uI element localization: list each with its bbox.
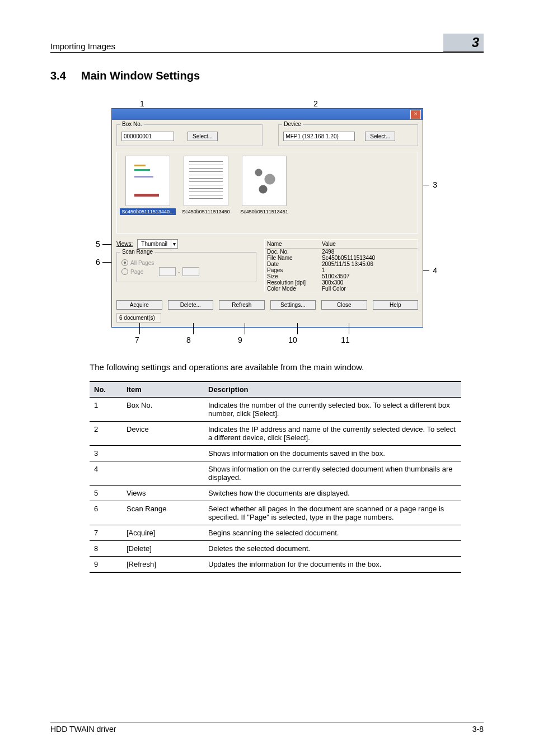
device-input[interactable]: MFP1 (192.168.1.20) xyxy=(283,132,355,141)
section-title: Main Window Settings xyxy=(81,69,200,82)
cell-desc: Deletes the selected document. xyxy=(204,541,461,557)
cell-no: 7 xyxy=(90,525,122,541)
thumbnail-item[interactable]: Sc450b05111513440... xyxy=(120,156,175,230)
page-to-input[interactable] xyxy=(182,267,199,276)
table-row: 4Shows information on the currently sele… xyxy=(90,461,461,486)
callout-8: 8 xyxy=(163,335,214,344)
cell-no: 3 xyxy=(90,446,122,461)
radio-page[interactable] xyxy=(121,268,128,275)
info-name: Date xyxy=(265,261,320,267)
cell-item xyxy=(122,461,204,486)
cell-no: 6 xyxy=(90,501,122,525)
info-value: Sc450b05111513440 xyxy=(320,255,418,261)
table-row: 6Scan RangeSelect whether all pages in t… xyxy=(90,501,461,525)
status-bar: 6 document(s) xyxy=(116,313,161,323)
cell-desc: Updates the information for the document… xyxy=(204,557,461,573)
table-row: 5ViewsSwitches how the documents are dis… xyxy=(90,486,461,501)
footer-right: 3-8 xyxy=(472,725,484,734)
table-row: 9[Refresh]Updates the information for th… xyxy=(90,557,461,573)
cell-item: Box No. xyxy=(122,398,204,422)
info-name: Size xyxy=(265,273,320,279)
table-row: 1Box No.Indicates the number of the curr… xyxy=(90,398,461,422)
radio-all-pages[interactable] xyxy=(121,259,128,266)
views-value: Thumbnail xyxy=(138,240,171,248)
running-title: Importing Images xyxy=(50,41,443,51)
refresh-button[interactable]: Refresh xyxy=(219,300,265,310)
chapter-number: 3 xyxy=(443,34,484,53)
cell-item: [Acquire] xyxy=(122,525,204,541)
info-name: Pages xyxy=(265,267,320,273)
info-value: 5100x3507 xyxy=(320,273,418,279)
intro-paragraph: The following settings and operations ar… xyxy=(90,362,461,372)
info-name: Doc. No. xyxy=(265,249,320,255)
cell-item: Views xyxy=(122,486,204,501)
callout-3: 3 xyxy=(433,180,437,189)
settings-button[interactable]: Settings... xyxy=(270,300,316,310)
table-row: 8[Delete]Deletes the selected document. xyxy=(90,541,461,557)
cell-no: 1 xyxy=(90,398,122,422)
info-value: 1 xyxy=(320,267,418,273)
cell-no: 2 xyxy=(90,422,122,446)
table-row: 2DeviceIndicates the IP address and name… xyxy=(90,422,461,446)
info-name: Resolution [dpi] xyxy=(265,279,320,286)
chevron-down-icon: ▾ xyxy=(171,240,177,248)
cell-desc: Indicates the number of the currently se… xyxy=(204,398,461,422)
dialog-window: × Box No. 000000001 Select... Device xyxy=(111,108,423,328)
cell-no: 4 xyxy=(90,461,122,486)
cell-desc: Shows information on the currently selec… xyxy=(204,461,461,486)
info-value: 2498 xyxy=(320,249,418,255)
info-name: File Name xyxy=(265,255,320,261)
callout-10: 10 xyxy=(266,335,320,344)
thumbnail-item[interactable]: Sc450b05111513450 xyxy=(179,156,233,230)
callout-4: 4 xyxy=(433,266,437,275)
delete-button[interactable]: Delete... xyxy=(168,300,214,310)
callout-2: 2 xyxy=(299,99,332,108)
acquire-button[interactable]: Acquire xyxy=(116,300,162,310)
thumbnail-item[interactable]: Sc450b05111513451 xyxy=(237,156,292,230)
help-button[interactable]: Help xyxy=(373,300,419,310)
all-pages-label: All Pages xyxy=(130,260,154,266)
section-heading: 3.4Main Window Settings xyxy=(50,69,484,82)
scan-range-label: Scan Range xyxy=(120,249,154,255)
thumbnail-caption: Sc450b05111513451 xyxy=(238,208,290,215)
thumbnail-caption: Sc450b05111513440... xyxy=(120,208,175,215)
info-value: 300x300 xyxy=(320,279,418,286)
thumbnail-caption: Sc450b05111513450 xyxy=(180,208,232,215)
close-button[interactable]: Close xyxy=(321,300,367,310)
cell-item: [Delete] xyxy=(122,541,204,557)
callout-6: 6 xyxy=(96,258,100,267)
section-number: 3.4 xyxy=(50,69,81,82)
info-panel: Name Value Doc. No.2498 File NameSc450b0… xyxy=(264,239,418,292)
close-icon[interactable]: × xyxy=(410,110,421,119)
callout-1: 1 xyxy=(111,99,173,108)
page-dash: - xyxy=(178,269,180,275)
footer-left: HDD TWAIN driver xyxy=(50,725,116,734)
cell-item xyxy=(122,446,204,461)
device-label: Device xyxy=(282,121,303,127)
cell-no: 9 xyxy=(90,557,122,573)
callout-7: 7 xyxy=(111,335,163,344)
cell-item: Scan Range xyxy=(122,501,204,525)
title-bar: × xyxy=(112,109,423,120)
cell-no: 5 xyxy=(90,486,122,501)
description-table: No. Item Description 1Box No.Indicates t… xyxy=(90,381,461,573)
page-footer: HDD TWAIN driver 3-8 xyxy=(50,722,484,734)
callout-5: 5 xyxy=(96,240,100,249)
th-item: Item xyxy=(122,381,204,398)
cell-item: [Refresh] xyxy=(122,557,204,573)
device-select-button[interactable]: Select... xyxy=(365,132,395,141)
box-no-select-button[interactable]: Select... xyxy=(188,132,218,141)
box-no-input[interactable]: 000000001 xyxy=(121,132,174,141)
th-no: No. xyxy=(90,381,122,398)
box-no-label: Box No. xyxy=(120,121,144,127)
screenshot-figure: 1 2 3 4 5 6 × Box No. xyxy=(99,88,435,350)
cell-desc: Select whether all pages in the document… xyxy=(204,501,461,525)
page-header: Importing Images 3 xyxy=(50,34,484,53)
cell-desc: Shows information on the documents saved… xyxy=(204,446,461,461)
page-from-input[interactable] xyxy=(159,267,176,276)
info-value: 2005/11/15 13:45:06 xyxy=(320,261,418,267)
thumbnail-pane: Sc450b05111513440... Sc450b05111513450 S… xyxy=(116,152,418,234)
views-combo[interactable]: Thumbnail ▾ xyxy=(137,239,178,249)
cell-desc: Begins scanning the selected document. xyxy=(204,525,461,541)
cell-no: 8 xyxy=(90,541,122,557)
